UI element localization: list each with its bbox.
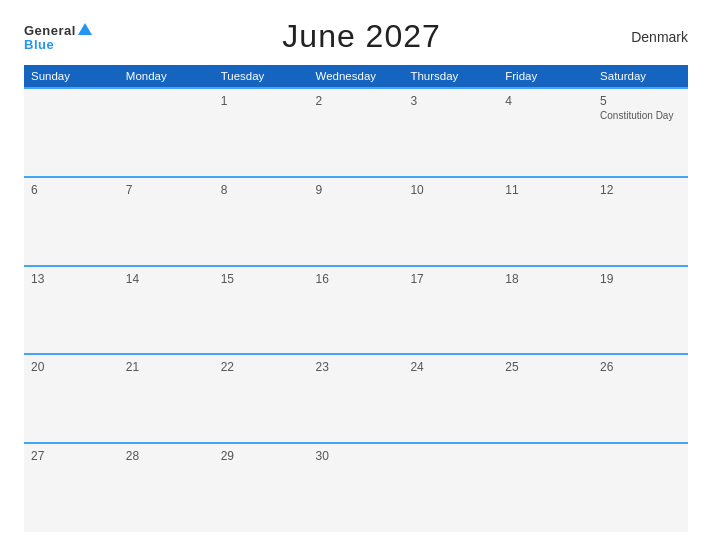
day-of-week-friday: Friday [498, 65, 593, 88]
day-number: 30 [316, 449, 397, 463]
country-label: Denmark [631, 29, 688, 45]
day-number: 23 [316, 360, 397, 374]
calendar-cell: 11 [498, 177, 593, 266]
calendar-cell: 29 [214, 443, 309, 532]
calendar-table: SundayMondayTuesdayWednesdayThursdayFrid… [24, 65, 688, 532]
calendar-cell: 26 [593, 354, 688, 443]
calendar-cell: 20 [24, 354, 119, 443]
calendar-header-row: SundayMondayTuesdayWednesdayThursdayFrid… [24, 65, 688, 88]
calendar-page: General Blue June 2027 Denmark SundayMon… [0, 0, 712, 550]
day-number: 12 [600, 183, 681, 197]
day-number: 17 [410, 272, 491, 286]
day-number: 6 [31, 183, 112, 197]
calendar-title: June 2027 [282, 18, 440, 55]
day-of-week-thursday: Thursday [403, 65, 498, 88]
week-row-4: 20212223242526 [24, 354, 688, 443]
day-number: 25 [505, 360, 586, 374]
logo-blue: Blue [24, 38, 92, 51]
calendar-cell: 23 [309, 354, 404, 443]
day-of-week-monday: Monday [119, 65, 214, 88]
day-number: 27 [31, 449, 112, 463]
day-number: 22 [221, 360, 302, 374]
day-number: 24 [410, 360, 491, 374]
calendar-cell: 21 [119, 354, 214, 443]
day-number: 14 [126, 272, 207, 286]
header: General Blue June 2027 Denmark [24, 18, 688, 55]
day-number: 28 [126, 449, 207, 463]
day-number: 5 [600, 94, 681, 108]
calendar-cell: 7 [119, 177, 214, 266]
day-number: 16 [316, 272, 397, 286]
logo-text: General [24, 22, 92, 38]
day-of-week-saturday: Saturday [593, 65, 688, 88]
week-row-5: 27282930 [24, 443, 688, 532]
day-number: 19 [600, 272, 681, 286]
week-row-3: 13141516171819 [24, 266, 688, 355]
day-of-week-tuesday: Tuesday [214, 65, 309, 88]
calendar-cell [24, 88, 119, 177]
calendar-cell: 9 [309, 177, 404, 266]
day-number: 11 [505, 183, 586, 197]
calendar-cell: 1 [214, 88, 309, 177]
calendar-cell: 13 [24, 266, 119, 355]
day-number: 9 [316, 183, 397, 197]
calendar-cell: 12 [593, 177, 688, 266]
day-number: 26 [600, 360, 681, 374]
calendar-cell: 14 [119, 266, 214, 355]
calendar-cell: 19 [593, 266, 688, 355]
calendar-cell: 10 [403, 177, 498, 266]
week-row-2: 6789101112 [24, 177, 688, 266]
day-number: 20 [31, 360, 112, 374]
logo-triangle-icon [78, 23, 92, 35]
calendar-cell: 24 [403, 354, 498, 443]
day-of-week-sunday: Sunday [24, 65, 119, 88]
day-number: 18 [505, 272, 586, 286]
day-number: 13 [31, 272, 112, 286]
day-number: 7 [126, 183, 207, 197]
calendar-cell: 4 [498, 88, 593, 177]
week-row-1: 12345Constitution Day [24, 88, 688, 177]
calendar-cell: 2 [309, 88, 404, 177]
calendar-cell: 8 [214, 177, 309, 266]
calendar-cell: 25 [498, 354, 593, 443]
day-number: 29 [221, 449, 302, 463]
calendar-cell: 17 [403, 266, 498, 355]
calendar-event: Constitution Day [600, 110, 681, 121]
day-number: 15 [221, 272, 302, 286]
day-number: 10 [410, 183, 491, 197]
day-number: 1 [221, 94, 302, 108]
day-number: 2 [316, 94, 397, 108]
calendar-cell: 3 [403, 88, 498, 177]
calendar-cell: 5Constitution Day [593, 88, 688, 177]
calendar-cell [119, 88, 214, 177]
calendar-cell: 22 [214, 354, 309, 443]
day-number: 8 [221, 183, 302, 197]
calendar-cell: 27 [24, 443, 119, 532]
calendar-cell: 28 [119, 443, 214, 532]
calendar-cell [403, 443, 498, 532]
day-number: 4 [505, 94, 586, 108]
calendar-cell: 16 [309, 266, 404, 355]
calendar-cell: 15 [214, 266, 309, 355]
calendar-cell [498, 443, 593, 532]
calendar-cell: 30 [309, 443, 404, 532]
day-number: 21 [126, 360, 207, 374]
logo: General Blue [24, 22, 92, 51]
day-of-week-wednesday: Wednesday [309, 65, 404, 88]
calendar-cell: 6 [24, 177, 119, 266]
logo-general: General [24, 23, 76, 38]
calendar-cell: 18 [498, 266, 593, 355]
calendar-cell [593, 443, 688, 532]
day-number: 3 [410, 94, 491, 108]
